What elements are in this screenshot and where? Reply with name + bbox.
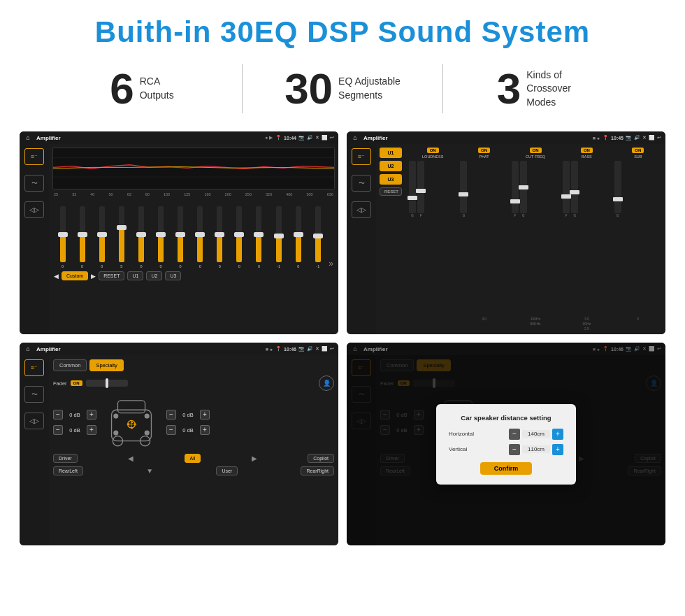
fader-on-badge[interactable]: ON — [71, 380, 82, 386]
right-bottom-value: 0 dB — [178, 427, 198, 434]
phat-channel: G — [460, 161, 507, 315]
screenshots-grid: ⌂ Amplifier ● ▶ 📍 10:44 📷🔊✕⬜↩ ≡⁻ 〜 ◁▷ — [0, 126, 685, 551]
speaker-wave-icon[interactable]: 〜 — [24, 386, 44, 403]
svg-point-12 — [113, 431, 118, 436]
fader-track[interactable] — [86, 380, 128, 387]
eq-sidebar: ≡⁻ 〜 ◁▷ — [20, 144, 49, 334]
horizontal-label: Horizontal — [449, 431, 474, 437]
specialty-tab[interactable]: Specialty — [89, 359, 123, 371]
sub-channel: G — [614, 161, 662, 315]
left-bottom-value: 0 dB — [65, 427, 85, 434]
rearright-btn[interactable]: RearRight — [301, 466, 334, 475]
on-badges-row: ON LOUDNESS ON PHAT ON CUT FREQ ON — [409, 148, 662, 159]
next-icon[interactable]: ▶ — [91, 273, 96, 280]
eq-sidebar-wave-icon[interactable]: 〜 — [24, 175, 44, 192]
svg-point-11 — [145, 414, 150, 419]
bass-channel: F G — [563, 161, 610, 315]
crossover-eq-icon[interactable]: ≡⁻ — [352, 148, 371, 165]
stat-eq-number: 30 — [284, 67, 333, 110]
speaker-vol-icon[interactable]: ◁▷ — [24, 413, 44, 429]
loudness-on[interactable]: ON — [427, 148, 439, 153]
speaker-main-panel: Common Specialty Fader ON 👤 — [49, 355, 338, 545]
eq-slider-0: 0 — [54, 206, 71, 268]
eq-slider-9: 0 — [231, 206, 248, 268]
speaker-config-icon[interactable]: 👤 — [319, 375, 334, 391]
home-icon-3: ⌂ — [24, 345, 32, 353]
cutfreq-on[interactable]: ON — [530, 148, 542, 153]
eq-status-icons: 📍 10:44 📷🔊✕⬜↩ — [275, 135, 334, 141]
crossover-status-icons: 📍 10:45 📷🔊✕⬜↩ — [603, 135, 661, 141]
eq-slider-11: -1 — [270, 206, 287, 268]
car-diagram: ◀ ▶ ▲ ▼ — [100, 394, 163, 450]
reset-btn[interactable]: RESET — [99, 271, 124, 280]
left-bottom-minus[interactable]: − — [53, 425, 63, 435]
vertical-minus[interactable]: − — [509, 444, 520, 455]
bass-on[interactable]: ON — [581, 148, 593, 153]
right-top-minus[interactable]: − — [166, 410, 176, 420]
right-top-value: 0 dB — [178, 412, 198, 418]
stat-crossover-label: Kinds of Crossover Modes — [526, 69, 589, 110]
sub-on[interactable]: ON — [632, 148, 644, 153]
preset-u1[interactable]: U1 — [380, 148, 402, 158]
distance-dialog: Car speaker distance setting Horizontal … — [436, 404, 576, 485]
all-btn[interactable]: All — [185, 454, 201, 463]
u1-btn[interactable]: U1 — [127, 271, 143, 280]
vertical-value: 110cm — [522, 445, 550, 453]
eq-freq-labels: 2532405063 80100125160200 25032040050063… — [52, 192, 335, 196]
svg-point-10 — [113, 414, 118, 419]
right-db-controls: − 0 dB + − 0 dB + — [166, 410, 210, 435]
crossover-wave-icon[interactable]: 〜 — [352, 175, 371, 192]
preset-u3[interactable]: U3 — [380, 174, 402, 185]
speaker-eq-icon[interactable]: ≡⁻ — [24, 359, 44, 376]
preset-u2[interactable]: U2 — [380, 161, 402, 171]
prev-icon[interactable]: ◀ — [54, 273, 59, 280]
left-top-plus[interactable]: + — [87, 410, 96, 420]
common-tab[interactable]: Common — [53, 359, 87, 371]
stat-crossover: 3 Kinds of Crossover Modes — [443, 67, 643, 110]
eq-sidebar-eq-icon[interactable]: ≡⁻ — [24, 148, 44, 165]
phat-on[interactable]: ON — [478, 148, 490, 153]
left-top-minus[interactable]: − — [53, 410, 63, 420]
crossover-vol-icon[interactable]: ◁▷ — [352, 201, 371, 218]
crossover-reset[interactable]: RESET — [380, 187, 402, 196]
horizontal-minus[interactable]: − — [509, 429, 520, 440]
copilot-btn[interactable]: Copilot — [308, 454, 334, 463]
u2-btn[interactable]: U2 — [146, 271, 162, 280]
eq-slider-2: 0 — [93, 206, 110, 268]
left-bottom-db: − 0 dB + — [53, 425, 96, 435]
crossover-sidebar: ≡⁻ 〜 ◁▷ — [347, 144, 376, 334]
user-btn[interactable]: User — [216, 466, 238, 475]
left-top-db: − 0 dB + — [53, 410, 96, 420]
svg-point-13 — [145, 431, 150, 436]
expand-icon[interactable]: » — [329, 259, 333, 268]
u3-btn[interactable]: U3 — [165, 271, 181, 280]
vertical-control: − 110cm + — [509, 444, 563, 455]
eq-slider-6: 0 — [172, 206, 189, 268]
eq-sidebar-vol-icon[interactable]: ◁▷ — [24, 201, 44, 218]
cutfreq-channel: F G — [512, 161, 559, 315]
eq-main-panel: 2532405063 80100125160200 25032040050063… — [49, 144, 338, 334]
stat-eq-label: EQ Adjustable Segments — [338, 75, 401, 102]
stat-rca-number: 6 — [110, 67, 134, 110]
loudness-channel: G F — [409, 161, 456, 315]
speaker-tabs: Common Specialty — [53, 359, 334, 371]
rearleft-btn[interactable]: RearLeft — [53, 466, 83, 475]
eq-slider-8: 0 — [211, 206, 229, 268]
right-top-plus[interactable]: + — [200, 410, 210, 420]
right-bottom-minus[interactable]: − — [166, 425, 176, 435]
left-bottom-plus[interactable]: + — [87, 425, 96, 435]
vertical-plus[interactable]: + — [552, 444, 563, 455]
svg-text:▶: ▶ — [134, 422, 137, 426]
speaker-balance-section: − 0 dB + − 0 dB + — [53, 394, 334, 450]
crossover-app-name: Amplifier — [363, 135, 589, 141]
dialog-screen: ⌂ Amplifier ■ ● 📍 10:46 📷🔊✕⬜↩ ≡⁻ 〜 ◁▷ Co… — [347, 343, 665, 545]
page-title: Buith-in 30EQ DSP Sound System — [0, 0, 685, 59]
horizontal-plus[interactable]: + — [552, 429, 563, 440]
confirm-button[interactable]: Confirm — [480, 462, 533, 475]
driver-btn[interactable]: Driver — [53, 454, 78, 463]
right-bottom-plus[interactable]: + — [200, 425, 210, 435]
custom-btn[interactable]: Custom — [62, 271, 88, 280]
eq-slider-13: -1 — [309, 206, 326, 268]
right-bottom-db: − 0 dB + — [166, 425, 210, 435]
eq-slider-3: 5 — [113, 206, 130, 268]
